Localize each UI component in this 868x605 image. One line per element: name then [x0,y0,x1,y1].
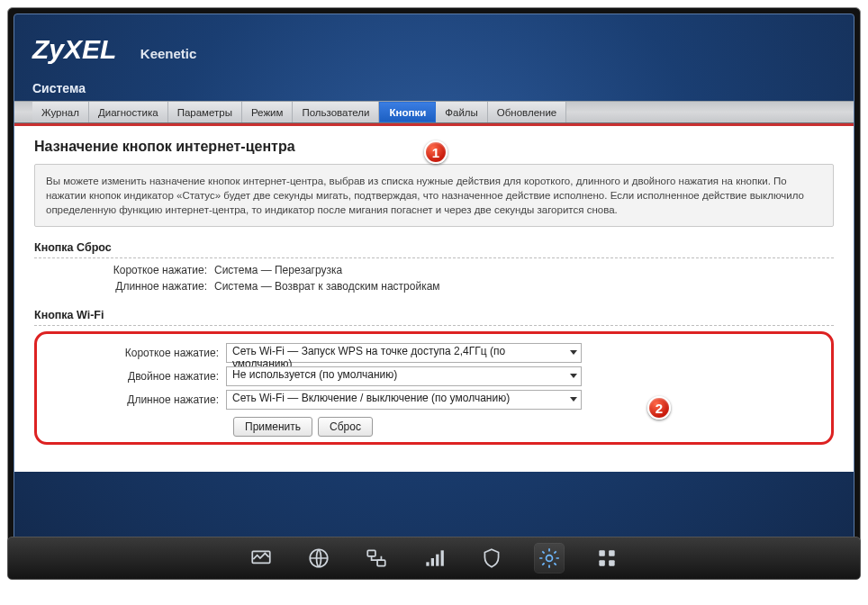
svg-rect-7 [441,550,444,565]
svg-rect-11 [599,560,605,566]
help-text: Вы можете изменить назначение кнопок инт… [34,164,834,227]
network-icon[interactable] [362,544,391,573]
wifi-short-select[interactable]: Сеть Wi-Fi — Запуск WPS на точке доступа… [226,343,582,363]
monitor-icon[interactable] [247,544,276,573]
brand-logo: ZyXEL [32,34,116,64]
reset-long-label: Длинное нажатие: [34,280,214,293]
chevron-down-icon [570,350,577,355]
model-name: Keenetic [140,46,197,61]
wifi-settings-highlight: Короткое нажатие: Сеть Wi-Fi — Запуск WP… [34,331,834,445]
wifi-short-label: Короткое нажатие: [46,347,226,359]
wifi-long-select[interactable]: Сеть Wi-Fi — Включение / выключение (по … [226,390,582,410]
svg-rect-3 [377,560,385,566]
tab-journal[interactable]: Журнал [32,102,89,122]
tab-buttons[interactable]: Кнопки [379,102,436,122]
apply-button[interactable]: Применить [233,417,312,437]
wifi-double-label: Двойное нажатие: [46,370,226,383]
section-title: Система [14,72,854,101]
annotation-badge-2: 2 [647,396,671,420]
svg-rect-9 [599,550,605,556]
tab-files[interactable]: Файлы [436,102,488,122]
group-wifi-title: Кнопка Wi-Fi [34,309,834,326]
chevron-down-icon [570,397,577,402]
tab-diagnostics[interactable]: Диагностика [89,102,168,122]
gear-icon[interactable] [535,544,564,573]
shield-icon[interactable] [477,544,506,573]
router-admin-window: ZyXEL Keenetic Система Журнал Диагностик… [14,14,854,548]
tab-parameters[interactable]: Параметры [168,102,242,122]
reset-long-value: Система — Возврат к заводским настройкам [214,280,440,293]
svg-rect-10 [609,550,615,556]
wifi-double-select[interactable]: Не используется (по умолчанию) [226,366,582,386]
content-area: Назначение кнопок интернет-центра Вы мож… [14,123,854,472]
apps-grid-icon[interactable] [592,544,621,573]
annotation-badge-1: 1 [424,140,448,164]
header: ZyXEL Keenetic [14,14,854,72]
tab-update[interactable]: Обновление [488,102,566,122]
tab-mode[interactable]: Режим [242,102,293,122]
reset-short-label: Короткое нажатие: [34,264,214,276]
group-reset-title: Кнопка Сброс [34,241,834,258]
svg-rect-12 [609,560,615,566]
svg-rect-6 [436,555,439,566]
reset-button[interactable]: Сброс [318,417,373,437]
wifi-long-value: Сеть Wi-Fi — Включение / выключение (по … [232,392,510,404]
wifi-double-value: Не используется (по умолчанию) [232,368,397,381]
svg-rect-5 [431,558,434,566]
reset-short-value: Система — Перезагрузка [214,264,342,276]
tab-users[interactable]: Пользователи [293,102,379,122]
svg-point-8 [547,555,553,562]
chevron-down-icon [570,374,577,378]
bottom-toolbar [7,537,861,580]
wifi-long-label: Длинное нажатие: [46,393,226,406]
globe-icon[interactable] [304,544,333,573]
tab-bar: Журнал Диагностика Параметры Режим Польз… [14,101,854,123]
svg-rect-2 [367,550,375,556]
wifi-bars-icon[interactable] [420,544,448,573]
svg-rect-4 [426,562,429,565]
